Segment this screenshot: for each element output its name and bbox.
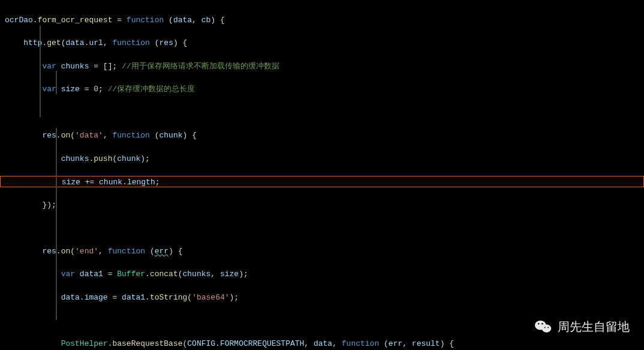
watermark: 周先生自留地 [535, 318, 630, 336]
watermark-text: 周先生自留地 [558, 318, 630, 336]
fold-indicator[interactable] [56, 128, 57, 320]
code-line: }); [0, 199, 644, 211]
code-line: res.on('end', function (err) { [0, 246, 644, 257]
fold-indicator[interactable] [40, 25, 41, 117]
svg-point-3 [541, 323, 543, 324]
svg-point-4 [544, 327, 546, 328]
code-line: ocrDao.form_ocr_request = function (data… [0, 14, 644, 26]
code-line: data.image = data1.toString('base64'); [0, 292, 644, 303]
code-line: var chunks = []; //用于保存网络请求不断加载传输的缓冲数据 [0, 61, 644, 72]
fold-indicator[interactable] [56, 71, 57, 94]
svg-point-1 [542, 325, 552, 333]
svg-point-2 [538, 323, 539, 324]
code-line: http.get(data.url, function (res) { [0, 37, 644, 49]
code-line: var size = 0; //保存缓冲数据的总长度 [0, 83, 644, 95]
svg-point-5 [547, 327, 549, 328]
code-line-highlighted: size += chunk.length; [0, 176, 644, 187]
wechat-icon [535, 319, 552, 334]
code-editor[interactable]: ocrDao.form_ocr_request = function (data… [0, 0, 644, 350]
code-line [0, 222, 644, 234]
code-line: res.on('data', function (chunk) { [0, 130, 644, 141]
code-line [0, 107, 644, 118]
code-line: var data1 = Buffer.concat(chunks, size); [0, 268, 644, 280]
code-line: PostHelper.baseRequestBase(CONFIG.FORMOC… [0, 338, 644, 349]
code-line: chunks.push(chunk); [0, 153, 644, 164]
